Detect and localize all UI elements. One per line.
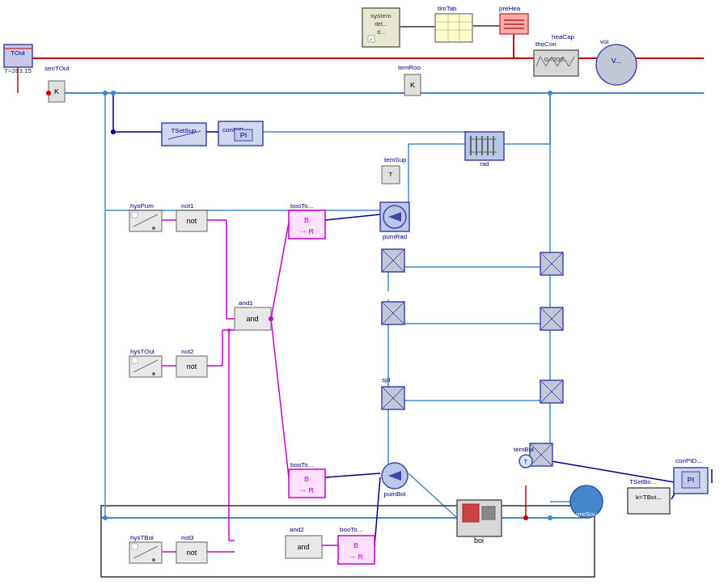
svg-text:T: T [524,459,528,464]
svg-point-209 [227,329,231,332]
svg-point-18 [111,91,116,95]
svg-text:d...: d... [377,29,385,35]
svg-text:V...: V... [612,57,622,65]
svg-text:spl: spl [382,376,390,384]
svg-point-33 [103,91,108,95]
svg-rect-155 [482,507,495,519]
svg-text:pumRad: pumRad [383,233,407,240]
svg-text:not: not [187,362,197,371]
svg-rect-163 [628,488,670,514]
svg-text:and2: and2 [290,526,304,533]
svg-point-55 [523,515,528,520]
svg-text:k=TBoi...: k=TBoi... [636,494,662,501]
svg-text:and: and [297,543,309,551]
svg-text:heaCap: heaCap [552,33,575,40]
svg-text:preSou: preSou [576,511,597,518]
svg-text:theCon: theCon [535,40,557,48]
svg-text:B: B [304,475,309,483]
svg-text:and: and [246,315,258,323]
svg-text:pumBoi: pumBoi [383,490,405,498]
svg-point-53 [548,515,552,520]
svg-rect-154 [463,504,479,522]
svg-text:and1: and1 [239,299,253,307]
svg-point-42 [548,91,552,95]
svg-text:→ R: → R [299,227,315,235]
svg-text:system: system [370,12,392,19]
svg-text:not: not [187,549,197,557]
diagram-svg: TOut senTOut T=263.15 K TSetSup conPID..… [0,0,728,585]
svg-rect-196 [132,544,138,549]
svg-text:TOut: TOut [11,49,25,57]
svg-text:timTab: timTab [438,5,457,12]
svg-point-86 [152,227,155,230]
svg-text:hysTBoi: hysTBoi [130,534,154,541]
svg-text:K: K [54,87,59,95]
svg-text:not2: not2 [181,348,194,355]
svg-text:hysPum: hysPum [130,202,154,210]
diagram-container: TOut senTOut T=263.15 K TSetSup conPID..… [0,0,728,585]
svg-rect-0 [0,0,728,585]
svg-point-197 [152,558,155,562]
svg-point-211 [103,515,108,520]
svg-text:vol: vol [600,38,608,45]
svg-text:booTo...: booTo... [340,526,362,533]
svg-text:G=200...: G=200... [544,56,569,63]
svg-rect-96 [132,358,138,363]
svg-text:→ R: → R [349,553,364,561]
svg-text:preHea: preHea [499,5,521,12]
svg-text:conPID...: conPID... [675,457,702,464]
svg-point-191 [596,45,637,85]
svg-text:boi: boi [474,536,484,545]
svg-text:temRoo: temRoo [398,64,421,71]
svg-text:B: B [353,541,358,549]
svg-text:temBoi: temBoi [514,446,534,453]
svg-text:not1: not1 [181,202,194,210]
svg-text:TSetBo...: TSetBo... [629,478,656,485]
svg-text:T=263.15: T=263.15 [4,67,32,74]
svg-point-97 [152,372,155,375]
svg-text:hysTOut: hysTOut [130,348,155,355]
svg-text:→ R: → R [299,486,315,494]
svg-text:K: K [410,81,415,89]
svg-text:PI: PI [240,131,248,139]
svg-text:booTo...: booTo... [290,202,313,210]
svg-point-208 [269,316,273,321]
svg-text:✓: ✓ [369,36,374,42]
svg-text:not3: not3 [181,534,194,541]
svg-text:booTo...: booTo... [290,461,313,468]
svg-text:not: not [187,217,197,225]
svg-text:det...: det... [375,21,387,27]
svg-text:B: B [304,216,309,224]
svg-rect-85 [132,212,138,218]
svg-rect-176 [435,14,472,42]
svg-text:rad: rad [480,160,489,167]
svg-text:temSup: temSup [384,156,407,163]
svg-point-74 [46,91,51,95]
svg-text:senTOut: senTOut [44,65,70,72]
svg-text:T: T [389,171,393,178]
svg-text:PI: PI [688,476,695,484]
svg-rect-188 [534,50,578,76]
